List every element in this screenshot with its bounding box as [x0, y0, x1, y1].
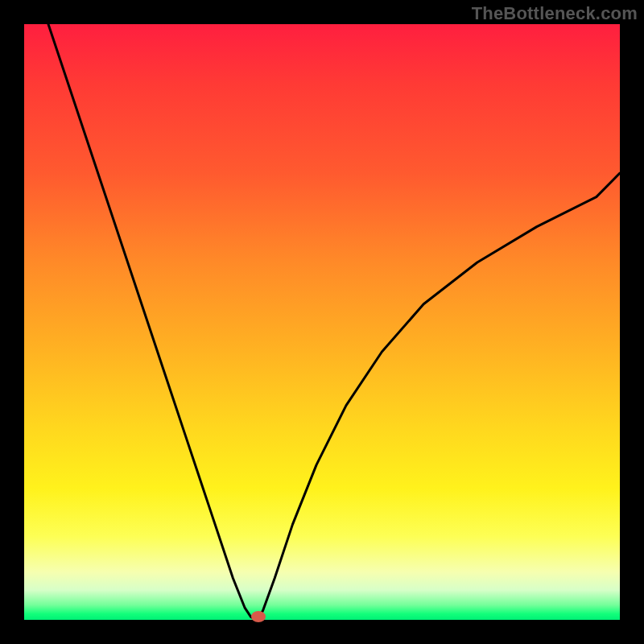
bottleneck-curve — [48, 24, 620, 620]
plot-area — [24, 24, 620, 620]
watermark-text: TheBottleneck.com — [472, 3, 638, 24]
chart-frame: TheBottleneck.com — [0, 0, 644, 644]
min-marker — [251, 611, 266, 622]
curve-svg — [24, 24, 620, 620]
